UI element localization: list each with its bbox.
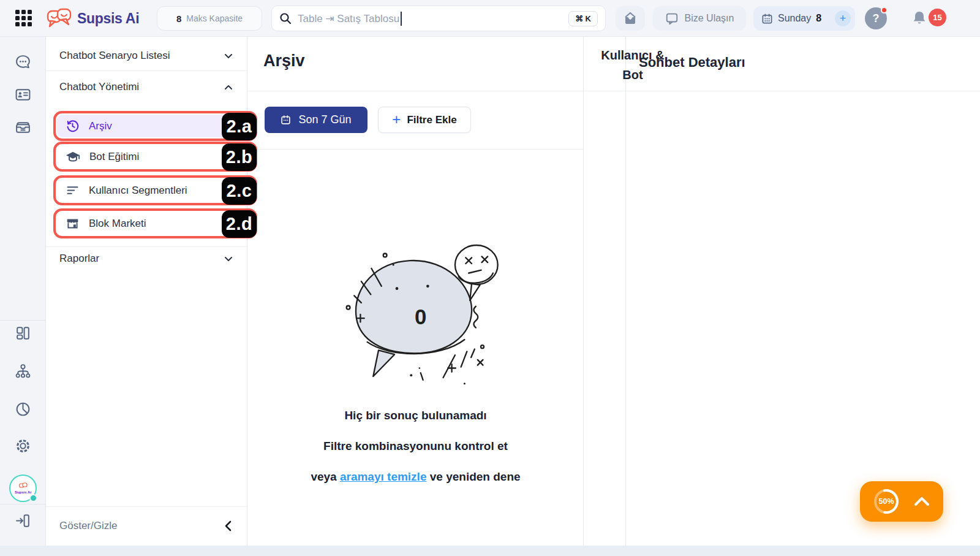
sidebar-item-label: Blok Marketi xyxy=(89,218,146,230)
avatar-logo-icon xyxy=(18,482,28,490)
annotation-box-d: Blok Marketi 2.d xyxy=(53,208,257,238)
calendar-icon xyxy=(761,13,773,25)
hint-post: ve yeniden dene xyxy=(426,470,520,483)
plus-icon: + xyxy=(392,112,401,127)
app-root: Supsis Ai 8 Maks Kapasite Table ⇥ Satış … xyxy=(0,0,980,556)
notification-count-badge: 15 xyxy=(929,9,946,26)
help-glyph: ? xyxy=(873,12,880,25)
no-results-illustration: 0 xyxy=(321,233,511,389)
bell-icon xyxy=(911,10,927,26)
chat-square-icon xyxy=(665,12,679,25)
inbox-in-icon xyxy=(623,11,638,26)
sidebar: Chatbot Senaryo Listesi Chatbot Yönetimi… xyxy=(46,37,247,546)
calendar-icon xyxy=(281,115,291,125)
user-bot-column: Kullanıcı & Bot xyxy=(584,37,626,546)
show-hide-label: Göster/Gizle xyxy=(59,520,224,532)
sidebar-section-raporlar[interactable]: Raporlar xyxy=(46,244,247,273)
chevron-up-icon xyxy=(914,497,930,506)
help-notification-dot xyxy=(881,7,888,13)
sidebar-section-chatbot-management[interactable]: Chatbot Yönetimi xyxy=(46,72,247,102)
empty-subtitle: Filtre kombinasyonunu kontrol et xyxy=(247,440,584,453)
store-icon xyxy=(66,216,80,230)
progress-value: 50% xyxy=(872,487,900,516)
max-capacity-pill[interactable]: 8 Maks Kapasite xyxy=(157,6,262,31)
contacts-icon[interactable] xyxy=(15,86,31,103)
search-shortcut: ⌘ K xyxy=(568,11,598,26)
show-hide-toggle[interactable]: Göster/Gizle xyxy=(46,507,247,545)
sitemap-icon[interactable] xyxy=(15,363,31,379)
logo-bubbles-icon xyxy=(47,7,72,29)
chats-icon[interactable] xyxy=(15,54,31,70)
apps-grid-icon[interactable] xyxy=(15,10,32,27)
text-caret xyxy=(401,12,402,26)
avatar[interactable]: Supsis Ai xyxy=(9,474,37,502)
section-label: Chatbot Senaryo Listesi xyxy=(59,50,224,62)
annotation-badge-2d: 2.d xyxy=(222,210,257,238)
annotation-box-c: Kullanıcı Segmentleri 2.c xyxy=(53,175,257,205)
bubble-zero-text: 0 xyxy=(415,305,426,329)
sidebar-item-label: Arşiv xyxy=(89,120,112,132)
gear-icon[interactable] xyxy=(15,438,31,454)
clear-search-link[interactable]: aramayı temizle xyxy=(340,470,427,483)
sidebar-item-label: Kullanıcı Segmentleri xyxy=(89,185,187,197)
date-pill[interactable]: Sunday 8 + xyxy=(753,6,855,31)
contact-us-button[interactable]: Bize Ulaşın xyxy=(653,6,746,31)
chevron-down-icon xyxy=(224,255,233,263)
notifications-button[interactable]: 15 xyxy=(911,9,946,26)
chevron-up-icon xyxy=(224,83,233,91)
add-filter-label: Filtre Ekle xyxy=(407,114,456,126)
page-title: Arşiv xyxy=(263,51,305,70)
capacity-count: 8 xyxy=(176,13,181,24)
topbar: Supsis Ai 8 Maks Kapasite Table ⇥ Satış … xyxy=(0,0,980,37)
date-range-label: Son 7 Gün xyxy=(298,113,351,126)
progress-ring: 50% xyxy=(872,487,900,516)
chevron-left-icon xyxy=(224,520,232,531)
annotation-box-b: Bot Eğitimi 2.b xyxy=(53,142,257,172)
history-icon xyxy=(66,119,80,133)
add-event-button[interactable]: + xyxy=(835,10,851,26)
archive-box-icon[interactable] xyxy=(15,119,31,135)
annotation-badge-2c: 2.c xyxy=(222,177,257,205)
brand-logo[interactable]: Supsis Ai xyxy=(47,7,139,29)
inbox-button[interactable] xyxy=(616,6,645,31)
avatar-label: Supsis Ai xyxy=(15,490,31,494)
annotation-badge-2a: 2.a xyxy=(222,113,257,140)
capacity-label: Maks Kapasite xyxy=(186,13,243,23)
empty-hint: veya aramayı temizle ve yeniden dene xyxy=(247,470,584,484)
main-panel: Arşiv Son 7 Gün + Filtre Ekle xyxy=(247,37,584,546)
date-range-button[interactable]: Son 7 Gün xyxy=(265,107,368,133)
usage-progress-fab[interactable]: 50% xyxy=(860,481,943,522)
chat-details-column: Sohbet Detayları xyxy=(626,37,980,546)
date-day-label: Sunday xyxy=(778,13,811,24)
annotation-box-a: Arşiv 2.a xyxy=(53,111,257,141)
add-filter-button[interactable]: + Filtre Ekle xyxy=(378,107,471,133)
dashboard-icon[interactable] xyxy=(15,325,31,341)
section-label: Raporlar xyxy=(59,253,224,265)
segments-icon xyxy=(66,183,80,197)
annotation-badge-2b: 2.b xyxy=(222,143,257,171)
search-icon xyxy=(279,12,292,25)
hint-pre: veya xyxy=(311,470,340,483)
graduation-cap-icon xyxy=(66,150,80,164)
collapse-panel-icon[interactable] xyxy=(15,512,31,529)
online-status-dot xyxy=(29,494,37,502)
empty-state: 0 Hiç bir sonuç bulunamadı Filtre kombin… xyxy=(247,233,584,484)
help-button[interactable]: ? xyxy=(865,7,887,29)
contact-us-label: Bize Ulaşın xyxy=(685,13,734,24)
date-number: 8 xyxy=(816,13,821,24)
column-header-chat-details: Sohbet Detayları xyxy=(639,55,745,70)
pie-chart-icon[interactable] xyxy=(15,401,31,417)
sidebar-section-scenario-list[interactable]: Chatbot Senaryo Listesi xyxy=(46,41,247,70)
search-value: Table ⇥ Satış Tablosu xyxy=(298,12,399,25)
search-input[interactable]: Table ⇥ Satış Tablosu ⌘ K xyxy=(271,6,606,31)
section-label: Chatbot Yönetimi xyxy=(59,81,224,93)
icon-rail: Supsis Ai xyxy=(0,37,46,546)
chevron-down-icon xyxy=(224,52,233,60)
logo-text: Supsis Ai xyxy=(77,10,139,27)
sidebar-item-label: Bot Eğitimi xyxy=(89,151,139,163)
empty-title: Hiç bir sonuç bulunamadı xyxy=(247,409,584,422)
